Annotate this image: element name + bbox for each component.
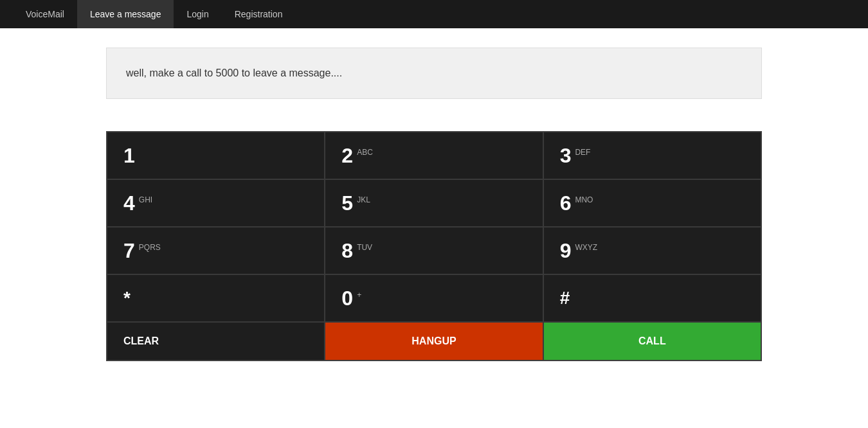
nav-item-voicemail[interactable]: VoiceMail — [13, 0, 77, 28]
dialpad-key-hash[interactable]: # — [543, 274, 761, 322]
nav-item-leave-message[interactable]: Leave a message — [77, 0, 174, 28]
digit-8: 8 — [341, 240, 353, 261]
symbol-hash: # — [560, 288, 570, 308]
letters-5: JKL — [357, 195, 370, 204]
hangup-button[interactable]: HANGUP — [325, 322, 543, 361]
digit-9: 9 — [560, 240, 572, 261]
digit-7: 7 — [123, 240, 135, 261]
dialpad-key-6[interactable]: 6 MNO — [543, 179, 761, 227]
letters-7: PQRS — [139, 243, 161, 252]
dialpad-key-9[interactable]: 9 WXYZ — [543, 227, 761, 274]
digit-3: 3 — [560, 145, 572, 166]
dialpad-key-3[interactable]: 3 DEF — [543, 132, 761, 179]
dialpad-container: 1 2 ABC 3 DEF 4 GHI 5 JKL 6 MNO 7 PQRS 8 — [106, 131, 762, 361]
letters-6: MNO — [575, 195, 593, 204]
dialpad-grid: 1 2 ABC 3 DEF 4 GHI 5 JKL 6 MNO 7 PQRS 8 — [107, 132, 761, 322]
dialpad-key-1[interactable]: 1 — [107, 132, 325, 179]
dialpad-key-5[interactable]: 5 JKL — [325, 179, 543, 227]
digit-6: 6 — [560, 193, 572, 213]
letters-3: DEF — [575, 148, 590, 157]
letters-9: WXYZ — [575, 243, 597, 252]
message-text: well, make a call to 5000 to leave a mes… — [126, 67, 342, 78]
digit-0: 0 — [341, 288, 353, 308]
navigation: VoiceMail Leave a message Login Registra… — [0, 0, 868, 28]
letters-8: TUV — [357, 243, 372, 252]
dialpad-key-0[interactable]: 0 + — [325, 274, 543, 322]
content-area: well, make a call to 5000 to leave a mes… — [0, 28, 868, 112]
message-box: well, make a call to 5000 to leave a mes… — [106, 48, 762, 99]
digit-4: 4 — [123, 193, 135, 213]
call-button[interactable]: CALL — [543, 322, 761, 361]
dialpad-key-star[interactable]: * — [107, 274, 325, 322]
letters-0: + — [357, 290, 361, 299]
action-row: CLEAR HANGUP CALL — [107, 322, 761, 361]
dialpad-key-8[interactable]: 8 TUV — [325, 227, 543, 274]
letters-2: ABC — [357, 148, 373, 157]
nav-item-registration[interactable]: Registration — [222, 0, 296, 28]
letters-4: GHI — [139, 195, 152, 204]
symbol-star: * — [123, 288, 131, 308]
digit-5: 5 — [341, 193, 353, 213]
clear-button[interactable]: CLEAR — [107, 322, 325, 361]
dialpad-key-4[interactable]: 4 GHI — [107, 179, 325, 227]
dialpad-key-2[interactable]: 2 ABC — [325, 132, 543, 179]
dialpad-key-7[interactable]: 7 PQRS — [107, 227, 325, 274]
nav-item-login[interactable]: Login — [174, 0, 221, 28]
digit-1: 1 — [123, 145, 135, 166]
digit-2: 2 — [341, 145, 353, 166]
